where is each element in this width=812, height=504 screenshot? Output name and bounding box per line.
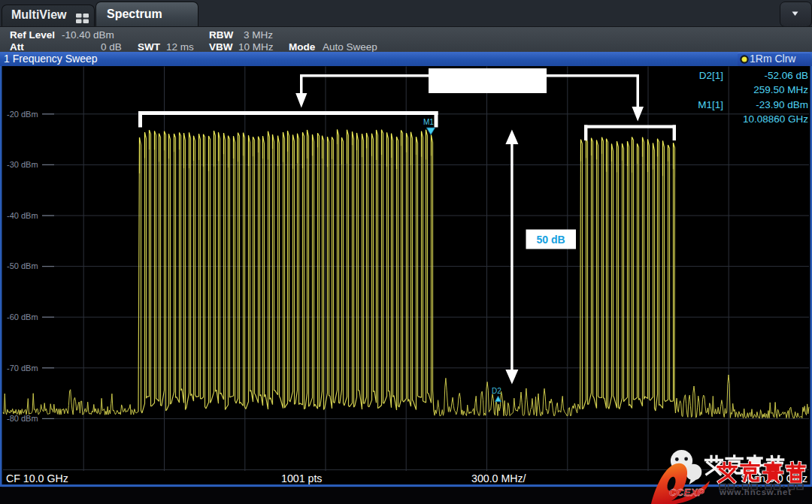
svg-text:CF 10.0 GHz: CF 10.0 GHz bbox=[6, 472, 68, 484]
svg-text:-60 dBm: -60 dBm bbox=[7, 312, 38, 321]
svg-text:-70 dBm: -70 dBm bbox=[7, 364, 38, 373]
svg-text:M1[1]: M1[1] bbox=[698, 99, 723, 110]
svg-text:50 dB: 50 dB bbox=[536, 234, 565, 246]
svg-text:259.50 MHz: 259.50 MHz bbox=[753, 84, 808, 95]
svg-text:D2[1]: D2[1] bbox=[699, 70, 723, 81]
svg-text:CCEXP: CCEXP bbox=[669, 487, 704, 498]
svg-text:-40 dBm: -40 dBm bbox=[7, 211, 38, 220]
svg-text:-30 dBm: -30 dBm bbox=[7, 160, 38, 169]
svg-text:300.0 MHz/: 300.0 MHz/ bbox=[471, 472, 526, 484]
svg-text:www.hncsw.net: www.hncsw.net bbox=[719, 487, 792, 496]
svg-text:1001 pts: 1001 pts bbox=[281, 472, 322, 484]
svg-text:10.08860 GHz: 10.08860 GHz bbox=[743, 113, 808, 125]
svg-text:M1: M1 bbox=[423, 118, 434, 126]
svg-text:D2: D2 bbox=[492, 387, 501, 395]
svg-text:-23.90 dBm: -23.90 dBm bbox=[756, 99, 808, 110]
svg-text:-52.06 dB: -52.06 dB bbox=[764, 70, 808, 81]
svg-text:-80 dBm: -80 dBm bbox=[7, 414, 38, 423]
svg-text:-20 dBm: -20 dBm bbox=[7, 110, 38, 119]
svg-text:-50 dBm: -50 dBm bbox=[7, 261, 38, 270]
